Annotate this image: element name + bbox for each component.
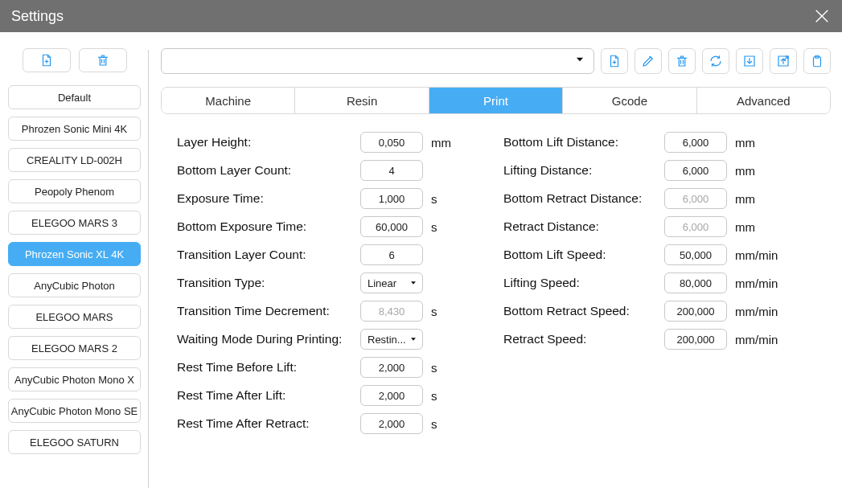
profile-combo[interactable] <box>161 48 594 74</box>
field-label: Lifting Distance: <box>503 163 664 178</box>
field-label: Bottom Exposure Time: <box>177 219 360 234</box>
field-label: Lifting Speed: <box>503 276 664 290</box>
form-row: Transition Layer Count:6 <box>177 244 479 265</box>
field-label: Exposure Time: <box>177 191 360 206</box>
trash-icon <box>675 54 689 68</box>
toolbar-delete-button[interactable] <box>668 48 696 74</box>
trash-icon <box>96 53 110 68</box>
tab-resin[interactable]: Resin <box>295 88 429 113</box>
unit-label: mm <box>735 164 783 178</box>
chevron-down-icon <box>574 54 585 68</box>
text-field[interactable]: 2,000 <box>360 385 423 406</box>
main-panel: MachineResinPrintGcodeAdvanced Layer Hei… <box>150 32 842 504</box>
export-icon <box>776 54 791 68</box>
unit-label: mm <box>735 220 783 234</box>
text-field[interactable]: 60,000 <box>360 216 423 237</box>
form-column-right: Bottom Lift Distance:6,000mmLifting Dist… <box>503 132 783 504</box>
tab-gcode[interactable]: Gcode <box>563 88 696 113</box>
tab-print[interactable]: Print <box>429 88 563 113</box>
unit-label: s <box>431 389 479 403</box>
profile-item[interactable]: ELEGOO MARS 3 <box>8 211 141 235</box>
add-profile-button[interactable] <box>23 48 71 72</box>
text-field[interactable]: 2,000 <box>360 357 423 378</box>
chevron-down-icon <box>409 279 417 287</box>
profile-item[interactable]: Phrozen Sonic Mini 4K <box>8 117 141 141</box>
close-icon <box>813 7 831 25</box>
content: DefaultPhrozen Sonic Mini 4KCREALITY LD-… <box>0 32 842 504</box>
form-row: Waiting Mode During Printing:Restin... <box>177 329 479 350</box>
form-row: Bottom Exposure Time:60,000s <box>177 216 479 237</box>
unit-label: mm/min <box>735 333 783 346</box>
unit-label: mm <box>735 136 783 150</box>
profile-item[interactable]: ELEGOO MARS 2 <box>8 336 141 360</box>
unit-label: mm <box>431 136 479 150</box>
tab-advanced[interactable]: Advanced <box>697 88 830 113</box>
select-field[interactable]: Restin... <box>360 329 423 350</box>
field-label: Transition Time Decrement: <box>177 304 360 318</box>
add-file-icon <box>39 53 54 68</box>
profile-item[interactable]: ELEGOO SATURN <box>8 430 141 454</box>
profile-item[interactable]: AnyCubic Photon Mono X <box>8 367 141 391</box>
text-field[interactable]: 0,050 <box>360 132 423 153</box>
form-row: Bottom Lift Distance:6,000mm <box>503 132 783 153</box>
clipboard-icon <box>810 54 824 68</box>
field-label: Rest Time After Lift: <box>177 388 360 403</box>
field-label: Bottom Retract Distance: <box>503 191 664 206</box>
form-row: Exposure Time:1,000s <box>177 188 479 209</box>
text-field: 6,000 <box>664 216 727 237</box>
sidebar-actions <box>8 48 141 72</box>
profile-item[interactable]: AnyCubic Photon <box>8 273 141 297</box>
close-button[interactable] <box>813 7 831 25</box>
form-row: Transition Type:Linear <box>177 272 479 293</box>
text-field[interactable]: 80,000 <box>664 272 727 293</box>
form-column-left: Layer Height:0,050mmBottom Layer Count:4… <box>177 132 479 504</box>
chevron-down-icon <box>409 335 417 343</box>
profile-item[interactable]: AnyCubic Photon Mono SE <box>8 399 141 423</box>
profile-item[interactable]: Default <box>8 85 141 109</box>
form-row: Transition Time Decrement:8,430s <box>177 301 479 322</box>
profile-item[interactable]: Peopoly Phenom <box>8 179 141 203</box>
profile-item[interactable]: ELEGOO MARS <box>8 305 141 329</box>
unit-label: mm/min <box>735 305 783 318</box>
form-row: Bottom Lift Speed:50,000mm/min <box>503 244 783 265</box>
unit-label: s <box>431 192 479 206</box>
select-field[interactable]: Linear <box>360 272 423 293</box>
field-label: Bottom Lift Speed: <box>503 248 664 262</box>
text-field[interactable]: 200,000 <box>664 329 727 350</box>
unit-label: mm <box>735 192 783 206</box>
import-icon <box>742 54 757 68</box>
field-label: Bottom Layer Count: <box>177 163 360 178</box>
form-row: Lifting Distance:6,000mm <box>503 160 783 181</box>
toolbar-clipboard-button[interactable] <box>803 48 831 74</box>
text-field[interactable]: 6,000 <box>664 132 727 153</box>
text-field[interactable]: 50,000 <box>664 244 727 265</box>
tab-machine[interactable]: Machine <box>162 88 295 113</box>
profile-item[interactable]: Phrozen Sonic XL 4K <box>8 242 141 266</box>
toolbar-add-button[interactable] <box>601 48 628 74</box>
text-field[interactable]: 4 <box>360 160 423 181</box>
text-field: 6,000 <box>664 188 727 209</box>
top-row <box>161 48 831 74</box>
toolbar-export-button[interactable] <box>770 48 797 74</box>
profile-item[interactable]: CREALITY LD-002H <box>8 148 141 172</box>
tabs: MachineResinPrintGcodeAdvanced <box>161 87 831 114</box>
delete-profile-button[interactable] <box>79 48 127 72</box>
text-field[interactable]: 6 <box>360 244 423 265</box>
field-label: Retract Speed: <box>503 332 664 346</box>
form-row: Rest Time Before Lift:2,000s <box>177 357 479 378</box>
field-label: Transition Type: <box>177 276 360 290</box>
text-field[interactable]: 2,000 <box>360 413 423 434</box>
field-label: Layer Height: <box>177 135 360 150</box>
add-file-icon <box>607 54 622 68</box>
toolbar-edit-button[interactable] <box>635 48 662 74</box>
toolbar-refresh-button[interactable] <box>702 48 729 74</box>
text-field[interactable]: 1,000 <box>360 188 423 209</box>
field-label: Waiting Mode During Printing: <box>177 332 360 346</box>
toolbar-import-button[interactable] <box>736 48 763 74</box>
field-label: Rest Time After Retract: <box>177 416 360 431</box>
form-row: Retract Distance:6,000mm <box>503 216 783 237</box>
text-field[interactable]: 6,000 <box>664 160 727 181</box>
form-area: Layer Height:0,050mmBottom Layer Count:4… <box>161 132 831 504</box>
text-field[interactable]: 200,000 <box>664 301 727 322</box>
unit-label: mm/min <box>735 277 783 290</box>
